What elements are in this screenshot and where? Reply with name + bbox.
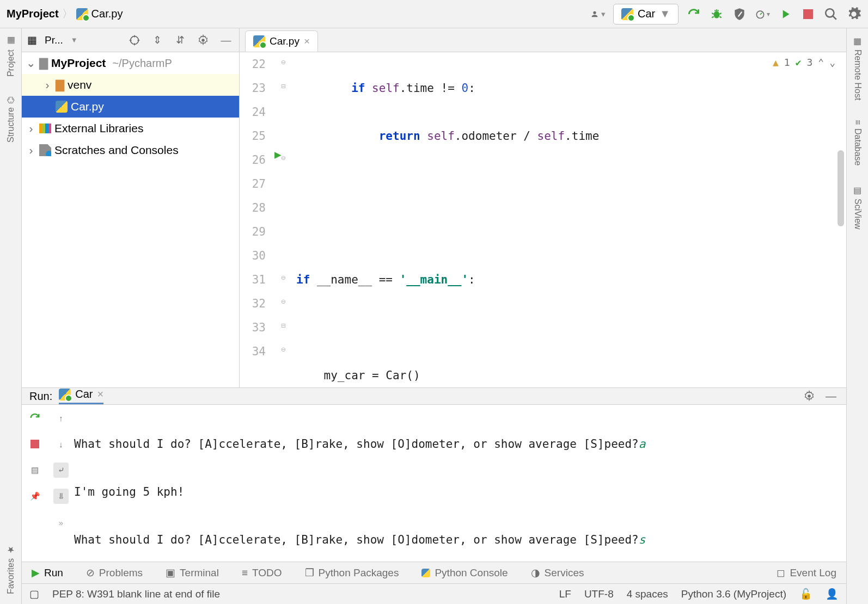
search-everywhere-button[interactable] bbox=[823, 7, 839, 22]
line-gutter[interactable]: 22232425262728293031323334 bbox=[240, 52, 271, 387]
svg-point-5 bbox=[808, 395, 811, 398]
file-encoding[interactable]: UTF-8 bbox=[584, 588, 614, 600]
settings-button[interactable] bbox=[846, 7, 861, 22]
soft-wrap-icon[interactable]: ⤶ bbox=[53, 463, 69, 478]
python-icon bbox=[621, 8, 633, 20]
close-icon[interactable]: × bbox=[304, 35, 310, 47]
run-tool-window: Run: Car × — ▤ 📌 bbox=[22, 387, 846, 562]
warning-icon: ▲ bbox=[773, 57, 779, 68]
layout-icon[interactable]: ▤ bbox=[27, 463, 42, 478]
user-icon[interactable]: ▾ bbox=[590, 7, 606, 22]
packages-tool-button[interactable]: ❒Python Packages bbox=[305, 566, 399, 579]
coverage-button[interactable] bbox=[732, 7, 747, 22]
python-file-icon bbox=[253, 35, 265, 47]
run-tab[interactable]: Car × bbox=[59, 388, 103, 404]
run-tab-label: Car bbox=[75, 388, 93, 400]
chevron-right-icon[interactable]: › bbox=[26, 144, 36, 157]
expand-all-icon[interactable]: ⇕ bbox=[150, 33, 165, 48]
pin-icon[interactable]: 📌 bbox=[27, 489, 42, 504]
project-tree[interactable]: ⌄ ▇ MyProject ~/PycharmP › ▇ venv C bbox=[22, 52, 239, 387]
close-icon[interactable]: × bbox=[97, 388, 103, 400]
tree-ext-label: External Libraries bbox=[54, 122, 143, 135]
structure-tool-button[interactable]: Structure⌬ bbox=[5, 93, 16, 146]
run-settings-icon[interactable] bbox=[802, 389, 817, 404]
check-icon: ✔ bbox=[796, 57, 802, 68]
code-area[interactable]: if self.time != 0: return self.odometer … bbox=[296, 52, 846, 387]
collapse-all-icon[interactable]: ⇵ bbox=[173, 33, 188, 48]
python-file-icon bbox=[56, 101, 68, 113]
sciview-tool-button[interactable]: ▤SciView bbox=[852, 182, 863, 233]
concurrency-button[interactable] bbox=[778, 7, 793, 22]
bottom-tool-stripe: ▶Run ⊘Problems ▣Terminal ≡TODO ❒Python P… bbox=[22, 562, 846, 583]
hide-icon[interactable]: — bbox=[218, 33, 234, 48]
prev-highlight[interactable]: ⌃ bbox=[818, 57, 824, 68]
tree-root[interactable]: ⌄ ▇ MyProject ~/PycharmP bbox=[22, 52, 239, 74]
run-button[interactable] bbox=[686, 7, 701, 22]
run-gutter-icon[interactable]: ▶ bbox=[274, 148, 282, 161]
tree-venv[interactable]: › ▇ venv bbox=[22, 74, 239, 96]
rerun-icon[interactable] bbox=[27, 410, 42, 426]
problems-tool-button[interactable]: ⊘Problems bbox=[86, 566, 143, 579]
python-file-icon bbox=[76, 8, 88, 20]
scroll-end-icon[interactable]: ⥥ bbox=[53, 489, 69, 504]
line-separator[interactable]: LF bbox=[559, 588, 571, 600]
svg-point-4 bbox=[201, 39, 205, 42]
remote-host-tool-button[interactable]: ▦Remote Host bbox=[852, 33, 863, 103]
next-highlight[interactable]: ⌄ bbox=[829, 57, 835, 68]
console-tool-button[interactable]: Python Console bbox=[421, 567, 508, 579]
status-bar: ▢ PEP 8: W391 blank line at end of file … bbox=[22, 583, 846, 604]
debug-button[interactable] bbox=[709, 7, 724, 22]
tree-root-path: ~/PycharmP bbox=[112, 57, 172, 70]
editor-tab-car[interactable]: Car.py × bbox=[245, 30, 318, 52]
down-icon[interactable]: ↓ bbox=[53, 436, 69, 452]
run-configuration-selector[interactable]: Car ▼ bbox=[613, 4, 678, 24]
breadcrumb[interactable]: MyProject 〉 Car.py bbox=[7, 7, 123, 21]
run-label: Run: bbox=[29, 390, 52, 403]
run-tool-button[interactable]: ▶Run bbox=[32, 566, 63, 579]
breadcrumb-project[interactable]: MyProject bbox=[7, 8, 59, 20]
chevron-right-icon[interactable]: › bbox=[42, 78, 52, 91]
inspection-widget[interactable]: ▲1 ✔3 ⌃ ⌄ bbox=[773, 57, 835, 68]
chevron-down-icon[interactable]: ▼ bbox=[71, 36, 78, 44]
ide-status-icon[interactable]: 👤 bbox=[826, 588, 839, 600]
folder-icon: ▇ bbox=[56, 78, 64, 91]
stop-icon[interactable] bbox=[27, 436, 42, 452]
up-icon[interactable]: ↑ bbox=[53, 410, 69, 426]
lock-icon[interactable]: 🔓 bbox=[799, 588, 812, 600]
project-view-label[interactable]: Pr... bbox=[45, 34, 63, 46]
python-icon bbox=[59, 389, 71, 400]
hide-run-icon[interactable]: — bbox=[823, 389, 839, 404]
left-tool-stripe: Project▦ Structure⌬ Favorites★ bbox=[0, 28, 22, 604]
svg-point-0 bbox=[714, 11, 720, 18]
event-log-button[interactable]: ◻Event Log bbox=[777, 566, 836, 579]
chevron-down-icon[interactable]: ⌄ bbox=[26, 57, 36, 70]
editor-body[interactable]: 22232425262728293031323334 ▶ ⊖ ⊟ ⊖ ⊖ ⊖ ⊟… bbox=[240, 52, 846, 387]
services-tool-button[interactable]: ◑Services bbox=[531, 566, 584, 579]
stop-button[interactable] bbox=[800, 7, 816, 22]
profile-button[interactable]: ▾ bbox=[755, 7, 770, 22]
todo-tool-button[interactable]: ≡TODO bbox=[242, 567, 282, 579]
terminal-tool-button[interactable]: ▣Terminal bbox=[166, 566, 219, 579]
tree-scratches-label: Scratches and Consoles bbox=[54, 144, 179, 157]
favorites-tool-button[interactable]: Favorites★ bbox=[5, 541, 16, 597]
scrollbar-thumb[interactable] bbox=[838, 150, 844, 226]
gutter-markers[interactable]: ▶ ⊖ ⊟ ⊖ ⊖ ⊖ ⊟ ⊖ bbox=[271, 52, 296, 387]
breadcrumb-file[interactable]: Car.py bbox=[91, 8, 123, 20]
more-icon[interactable]: » bbox=[53, 515, 69, 530]
project-tool-button[interactable]: Project▦ bbox=[5, 33, 16, 80]
settings-gear-icon[interactable] bbox=[195, 33, 211, 48]
tool-windows-icon[interactable]: ▢ bbox=[29, 588, 39, 600]
svg-point-2 bbox=[826, 9, 834, 17]
locate-icon[interactable] bbox=[127, 33, 142, 48]
tree-file-label: Car.py bbox=[71, 100, 104, 113]
tree-scratches[interactable]: › Scratches and Consoles bbox=[22, 139, 239, 161]
breadcrumb-separator: 〉 bbox=[62, 7, 73, 21]
tree-file-car[interactable]: Car.py bbox=[22, 96, 239, 118]
interpreter-info[interactable]: Python 3.6 (MyProject) bbox=[681, 588, 786, 600]
indent-info[interactable]: 4 spaces bbox=[627, 588, 668, 600]
editor: Car.py × 22232425262728293031323334 ▶ ⊖ … bbox=[240, 28, 846, 387]
tree-external-libraries[interactable]: › External Libraries bbox=[22, 118, 239, 139]
database-tool-button[interactable]: ≡Database bbox=[853, 116, 863, 169]
chevron-right-icon[interactable]: › bbox=[26, 122, 36, 135]
library-icon bbox=[39, 124, 51, 133]
